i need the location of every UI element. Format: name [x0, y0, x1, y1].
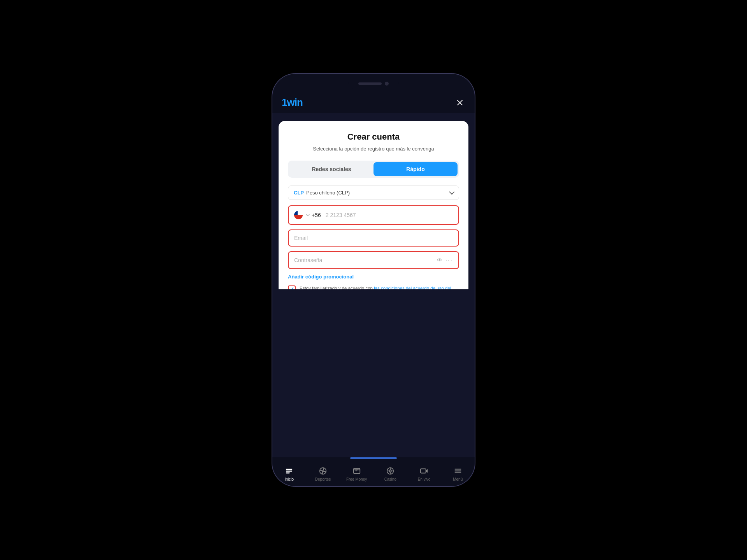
promo-code-link[interactable]: Añadir código promocional — [288, 274, 459, 280]
nav-item-sports[interactable]: Deportes — [306, 466, 340, 481]
logo-text-one: 1 — [282, 96, 287, 108]
home-icon — [284, 466, 294, 476]
home-indicator-bar — [350, 457, 397, 459]
currency-selector[interactable]: CLPPeso chileno (CLP) — [288, 186, 459, 200]
phone-notch-area — [272, 74, 475, 93]
casino-icon — [386, 466, 395, 476]
phone-input[interactable] — [326, 212, 453, 218]
svg-rect-1 — [286, 471, 293, 472]
password-input-field: 👁 ··· — [288, 251, 459, 269]
flag-red-stripe — [294, 215, 303, 219]
phone-prefix: +56 — [312, 212, 321, 218]
app-header: 1win — [272, 93, 475, 113]
notch-speaker — [358, 82, 382, 85]
app-logo: 1win — [282, 96, 303, 108]
nav-item-home[interactable]: Inicio — [272, 466, 306, 481]
password-icons: 👁 ··· — [437, 257, 453, 264]
country-dropdown-icon — [306, 212, 310, 216]
bottom-navigation: Inicio Deportes Free Money — [272, 463, 475, 486]
logo-text-win: win — [287, 96, 302, 108]
live-icon — [419, 466, 429, 476]
tab-fast[interactable]: Rápido — [374, 162, 458, 176]
nav-label-menu: Menú — [453, 477, 463, 481]
sports-icon — [318, 466, 328, 476]
modal-title: Crear cuenta — [347, 132, 400, 142]
phone-notch — [348, 78, 399, 89]
phone-input-field: +56 — [288, 205, 459, 225]
terms-checkbox[interactable]: ✓ — [288, 285, 296, 289]
nav-label-casino: Casino — [384, 477, 396, 481]
nav-label-sports: Deportes — [315, 477, 331, 481]
password-input[interactable] — [294, 257, 434, 263]
bottom-spacer — [272, 289, 475, 458]
terms-prefix: Estoy familiarizado y de acuerdo con — [300, 286, 374, 289]
phone-frame: 1win Crear cuenta Selecciona la opción d… — [272, 74, 475, 486]
password-dots-icon: ··· — [445, 257, 453, 264]
nav-label-free-money: Free Money — [346, 477, 367, 481]
menu-icon — [453, 466, 463, 476]
checkbox-check-icon: ✓ — [290, 286, 294, 289]
close-button[interactable] — [454, 97, 465, 108]
free-money-icon — [352, 466, 361, 476]
flag-blue-square — [294, 211, 298, 215]
nav-item-live[interactable]: En vivo — [407, 466, 441, 481]
toggle-password-icon[interactable]: 👁 — [437, 257, 442, 263]
nav-item-menu[interactable]: Menú — [441, 466, 475, 481]
terms-text: Estoy familiarizado y de acuerdo con las… — [300, 285, 459, 289]
home-indicator-area — [272, 457, 475, 463]
phone-content: Crear cuenta Selecciona la opción de reg… — [272, 113, 475, 289]
nav-item-free-money[interactable]: Free Money — [340, 466, 374, 481]
modal-subtitle: Selecciona la opción de registro que más… — [313, 145, 434, 153]
country-flag-chile — [294, 211, 303, 219]
register-modal: Crear cuenta Selecciona la opción de reg… — [279, 121, 468, 289]
currency-label: CLPPeso chileno (CLP) — [294, 190, 350, 196]
notch-camera — [385, 82, 389, 86]
nav-label-live: En vivo — [418, 477, 431, 481]
currency-name: Peso chileno (CLP) — [306, 190, 350, 196]
email-input-field — [288, 229, 459, 247]
svg-rect-11 — [421, 469, 426, 473]
svg-rect-2 — [286, 472, 290, 474]
chevron-down-icon — [449, 189, 454, 195]
terms-row: ✓ Estoy familiarizado y de acuerdo con l… — [288, 285, 459, 289]
email-input[interactable] — [294, 235, 453, 241]
nav-label-home: Inicio — [285, 477, 294, 481]
nav-item-casino[interactable]: Casino — [374, 466, 407, 481]
registration-tabs: Redes sociales Rápido — [288, 161, 459, 178]
svg-point-6 — [389, 470, 392, 472]
currency-code: CLP — [294, 190, 304, 196]
tab-social-networks[interactable]: Redes sociales — [289, 162, 374, 176]
svg-rect-0 — [286, 469, 293, 470]
